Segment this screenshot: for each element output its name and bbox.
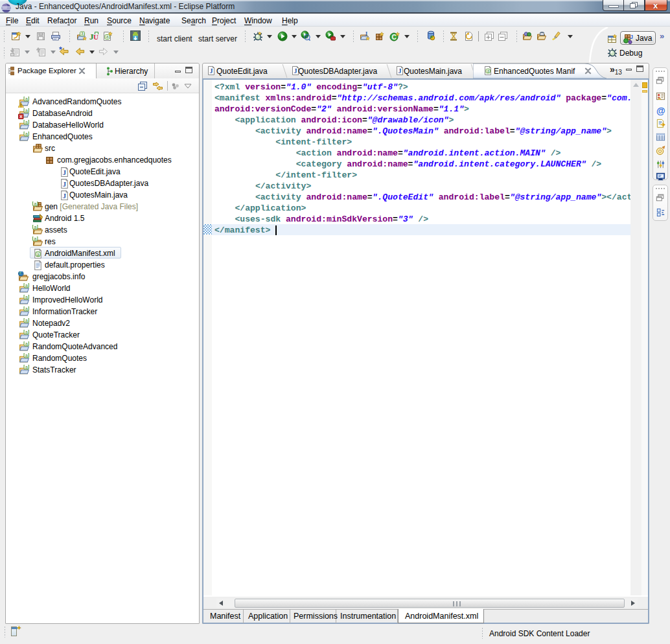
svg-text:U: U [93,33,98,41]
svg-text:C: C [391,34,396,41]
svg-text:a: a [81,31,84,36]
svg-text:J: J [365,31,367,37]
svg-text:J: J [630,34,633,40]
svg-text:a: a [106,34,109,39]
